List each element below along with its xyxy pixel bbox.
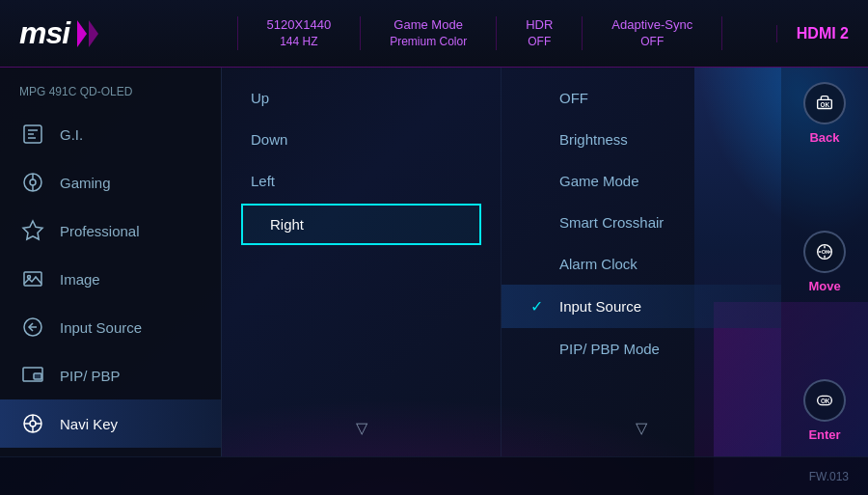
header-nav: 5120X1440 144 HZ Game Mode Premium Color…: [212, 16, 747, 50]
enter-button-circle: OK: [803, 379, 846, 422]
middle-scroll-down[interactable]: ▽: [222, 409, 501, 447]
sidebar-item-navi-key[interactable]: Navi Key: [0, 399, 221, 448]
footer: FW.013: [0, 456, 868, 495]
logo-text: msi: [19, 15, 69, 51]
move-button-label: Move: [808, 279, 840, 293]
header-nav-hdr[interactable]: HDR OFF: [497, 16, 583, 50]
header-nav-adaptive-sync[interactable]: Adaptive-Sync OFF: [583, 16, 722, 50]
right-item-smart-crosshair-label: Smart Crosshair: [559, 214, 664, 231]
right-item-alarm-clock-label: Alarm Clock: [559, 256, 637, 272]
right-item-pip-pbp-mode-label: PIP/ PBP Mode: [559, 341, 660, 357]
back-button-circle: OK: [803, 82, 846, 124]
sidebar-item-input-source[interactable]: Input Source: [0, 303, 221, 351]
back-button-label: Back: [809, 130, 839, 145]
sidebar-item-input-source-label: Input Source: [60, 319, 142, 336]
professional-icon: [19, 217, 46, 244]
sidebar-scroll-down[interactable]: ▽: [0, 448, 221, 456]
right-scroll-down[interactable]: ▽: [502, 409, 781, 447]
sidebar-item-pip[interactable]: PIP/ PBP: [0, 351, 221, 399]
right-item-off-label: OFF: [559, 90, 588, 106]
middle-panel: Up Down Left Right ▽: [222, 68, 502, 456]
right-item-game-mode-label: Game Mode: [559, 173, 639, 189]
right-item-input-source-label: Input Source: [559, 298, 641, 315]
middle-item-left[interactable]: Left: [222, 160, 501, 202]
enter-button-label: Enter: [808, 427, 840, 442]
sidebar-item-gi-label: G.I.: [60, 126, 83, 143]
sidebar-item-professional[interactable]: Professional: [0, 206, 221, 255]
svg-marker-5: [23, 221, 42, 239]
sidebar: MPG 491C QD-OLED G.I.: [0, 68, 222, 456]
move-button[interactable]: OK Move: [803, 231, 846, 293]
middle-item-right-label: Right: [270, 216, 304, 233]
right-item-off[interactable]: OFF: [502, 77, 781, 119]
svg-rect-11: [34, 373, 41, 379]
logo-chevrons: [77, 20, 98, 47]
sidebar-item-image-label: Image: [60, 271, 100, 288]
gaming-icon: [19, 169, 46, 196]
header-nav-adaptive-sync-sub: OFF: [640, 34, 664, 50]
header-nav-gamemode-sub: Premium Color: [390, 34, 467, 50]
header-nav-gamemode-main: Game Mode: [393, 16, 463, 34]
header-nav-adaptive-sync-main: Adaptive-Sync: [611, 16, 692, 34]
logo-area: msi: [19, 15, 212, 51]
header-nav-hdr-sub: OFF: [528, 34, 551, 50]
sidebar-item-gaming-label: Gaming: [60, 175, 111, 191]
middle-item-left-label: Left: [251, 173, 275, 189]
middle-item-down[interactable]: Down: [222, 119, 501, 160]
svg-point-2: [30, 179, 36, 185]
image-icon: [19, 265, 46, 292]
right-panel: OFF Brightness Game Mode Smart Crosshair…: [502, 68, 781, 456]
svg-rect-6: [24, 272, 41, 286]
right-item-smart-crosshair[interactable]: Smart Crosshair: [502, 202, 781, 243]
right-item-input-source[interactable]: ✓ Input Source: [502, 285, 781, 328]
middle-item-right[interactable]: Right: [241, 204, 481, 245]
navi-icon: [19, 410, 46, 437]
right-item-brightness[interactable]: Brightness: [502, 119, 781, 160]
header-nav-resolution-sub: 144 HZ: [280, 34, 317, 50]
content-area: MPG 491C QD-OLED G.I.: [0, 68, 868, 456]
gi-icon: [19, 121, 46, 148]
right-item-game-mode[interactable]: Game Mode: [502, 160, 781, 202]
right-item-brightness-label: Brightness: [559, 131, 628, 148]
controls-panel: OK Back OK Move: [781, 68, 868, 456]
sidebar-item-pip-label: PIP/ PBP: [60, 368, 121, 384]
logo-chevron-1: [77, 20, 87, 47]
fw-label: FW.013: [809, 470, 849, 483]
svg-point-7: [28, 276, 31, 279]
header-hdmi[interactable]: HDMI 2: [776, 25, 849, 42]
sidebar-item-gi[interactable]: G.I.: [0, 110, 221, 158]
svg-text:OK: OK: [820, 101, 829, 108]
pip-icon: [19, 362, 46, 389]
check-icon: ✓: [530, 297, 550, 316]
header-nav-hdr-main: HDR: [526, 16, 553, 34]
svg-text:OK: OK: [822, 249, 829, 255]
sidebar-item-gaming[interactable]: Gaming: [0, 158, 221, 206]
input-source-icon: [19, 314, 46, 341]
enter-button[interactable]: OK Enter: [803, 379, 846, 442]
header-nav-gamemode[interactable]: Game Mode Premium Color: [361, 16, 497, 50]
sidebar-item-navi-key-label: Navi Key: [60, 416, 118, 432]
header-nav-resolution[interactable]: 5120X1440 144 HZ: [237, 16, 362, 50]
middle-item-up[interactable]: Up: [222, 77, 501, 119]
header-nav-resolution-main: 5120X1440: [267, 16, 332, 34]
logo-chevron-2: [89, 20, 98, 47]
header: msi 5120X1440 144 HZ Game Mode Premium C…: [0, 0, 868, 68]
monitor-label: MPG 491C QD-OLED: [0, 77, 221, 110]
svg-point-13: [30, 421, 36, 426]
sidebar-item-image[interactable]: Image: [0, 255, 221, 303]
svg-text:OK: OK: [821, 398, 830, 404]
move-button-circle: OK: [803, 231, 846, 273]
sidebar-item-professional-label: Professional: [60, 223, 140, 239]
right-item-alarm-clock[interactable]: Alarm Clock: [502, 243, 781, 285]
middle-item-up-label: Up: [251, 90, 269, 106]
middle-item-down-label: Down: [251, 131, 287, 148]
right-item-pip-pbp-mode[interactable]: PIP/ PBP Mode: [502, 328, 781, 370]
back-button[interactable]: OK Back: [803, 82, 846, 145]
